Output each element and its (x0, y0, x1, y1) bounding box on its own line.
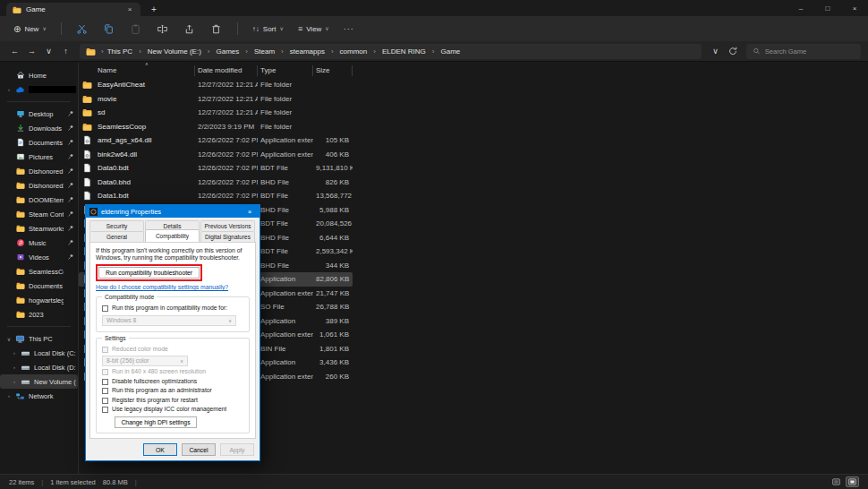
disable-fullscreen-optimizations-checkbox[interactable] (102, 379, 108, 385)
color-mode-dropdown[interactable]: 8-bit (256) color ∨ (102, 356, 188, 366)
more-options-button[interactable]: ··· (337, 20, 361, 38)
column-header-size[interactable]: Size (313, 65, 353, 76)
sidebar-quick-item[interactable]: Desktop (0, 107, 78, 121)
register-for-restart-checkbox[interactable] (102, 398, 108, 404)
sidebar-quick-item[interactable]: hogwartslegacy.exe (0, 293, 78, 307)
sidebar-tree-item[interactable]: › New Volume (E:) (0, 374, 78, 389)
new-tab-button[interactable]: + (151, 5, 157, 14)
sidebar-tree-item[interactable]: › Local Disk (C:) (0, 346, 78, 360)
640x480-resolution-checkbox[interactable] (102, 369, 108, 375)
refresh-button[interactable] (725, 44, 740, 59)
file-row[interactable]: sd 12/27/2022 12:21 AM File folder (79, 106, 353, 120)
dialog-tab[interactable]: Security (89, 220, 144, 231)
run-as-administrator-checkbox[interactable] (102, 388, 108, 394)
dialog-close-icon[interactable]: × (243, 208, 256, 216)
details-view-button[interactable] (830, 476, 843, 487)
sidebar-quick-item[interactable]: Dishonored2 (0, 178, 78, 193)
paste-button[interactable] (123, 20, 149, 38)
apply-button[interactable]: Apply (220, 443, 254, 456)
compatibility-mode-checkbox[interactable] (102, 305, 108, 312)
tab-close-icon[interactable]: × (125, 5, 134, 13)
dialog-title-bar[interactable]: eldenring Properties × (86, 205, 260, 218)
breadcrumb-item[interactable]: Game (441, 47, 461, 56)
address-dropdown-button[interactable]: ∨ (708, 44, 723, 59)
expander-chevron-icon[interactable]: › (12, 350, 17, 356)
change-high-dpi-settings-button[interactable]: Change high DPI settings (115, 416, 197, 428)
run-compatibility-troubleshooter-button[interactable]: Run compatibility troubleshooter (98, 267, 200, 279)
sidebar-tree-item[interactable]: ∨ This PC (0, 331, 78, 346)
column-header-date[interactable]: Date modified (195, 65, 258, 76)
sidebar-quick-item[interactable]: Downloads (0, 121, 78, 135)
search-input[interactable] (765, 47, 855, 56)
breadcrumb[interactable]: This PCNew Volume (E:)GamesSteamsteamapp… (80, 44, 702, 59)
file-row[interactable]: Data1.bdt 12/26/2022 7:02 PM BDT File 13… (79, 189, 353, 203)
column-header-name[interactable]: Name ∧ (95, 65, 195, 76)
sort-button[interactable]: ↑↓ Sort ∨ (246, 20, 290, 38)
sidebar-quick-item[interactable]: Documents (0, 135, 78, 150)
search-box[interactable] (746, 44, 861, 59)
compatibility-os-dropdown[interactable]: Windows 8 ∨ (102, 315, 236, 326)
expander-chevron-icon[interactable]: › (12, 365, 17, 370)
back-button[interactable]: ← (7, 44, 22, 59)
cut-button[interactable] (70, 20, 95, 38)
file-row[interactable]: Data0.bhd 12/26/2022 7:02 PM BHD File 82… (79, 176, 353, 190)
reduced-color-mode-checkbox[interactable] (102, 347, 108, 353)
sidebar-quick-item[interactable]: Music (0, 236, 78, 250)
ok-button[interactable]: OK (143, 443, 177, 456)
cancel-button[interactable]: Cancel (182, 443, 216, 456)
maximize-button[interactable]: □ (814, 0, 841, 16)
file-row[interactable]: EasyAntiCheat 12/27/2022 12:21 AM File f… (79, 78, 353, 92)
compatibility-settings-help-link[interactable]: How do I choose compatibility settings m… (96, 284, 250, 291)
minimize-button[interactable]: – (787, 0, 814, 16)
file-row[interactable]: SeamlessCoop 2/2/2023 9:19 PM File folde… (79, 120, 353, 134)
copy-button[interactable] (97, 20, 122, 38)
expander-chevron-icon[interactable]: ∨ (6, 336, 12, 342)
sidebar-quick-item[interactable]: 2023 (0, 307, 78, 322)
navigation-pane: Home › Desktop Downloads (0, 63, 79, 474)
share-button[interactable] (177, 20, 202, 38)
breadcrumb-item[interactable]: New Volume (E:) (148, 47, 217, 56)
up-button[interactable]: ↑ (58, 44, 73, 59)
file-row[interactable]: bink2w64.dll 12/26/2022 7:02 PM Applicat… (79, 148, 353, 162)
recent-locations-button[interactable]: ∨ (41, 44, 56, 59)
dialog-tab[interactable]: General (89, 231, 144, 242)
sidebar-quick-item[interactable]: Pictures (0, 150, 78, 164)
chevron-right-icon[interactable]: › (6, 87, 12, 92)
close-button[interactable]: × (841, 0, 868, 16)
sidebar-quick-item[interactable]: SeamlessCoop (0, 264, 78, 279)
sidebar-quick-item[interactable]: Documents (0, 279, 78, 293)
sidebar-tree-item[interactable]: › Local Disk (D:) (0, 360, 78, 374)
file-row[interactable]: Data0.bdt 12/26/2022 7:02 PM BDT File 9,… (79, 161, 353, 176)
sidebar-quick-item[interactable]: DOOMEternal (0, 193, 78, 207)
sidebar-quick-item[interactable]: Steam Controlle (0, 207, 78, 221)
breadcrumb-item[interactable]: steamapps (290, 47, 340, 56)
view-button[interactable]: ≡ View ∨ (292, 20, 336, 38)
new-button[interactable]: ⊕ New ∨ (7, 20, 53, 38)
breadcrumb-item[interactable]: This PC (107, 47, 148, 56)
sidebar-item-onedrive[interactable]: › (0, 82, 78, 97)
rename-button[interactable] (150, 20, 175, 38)
file-row[interactable]: amd_ags_x64.dll 12/26/2022 7:02 PM Appli… (79, 133, 353, 148)
sidebar-quick-item[interactable]: Videos (0, 250, 78, 264)
large-icons-view-button[interactable] (846, 476, 859, 487)
dialog-tab[interactable]: Compatibility (145, 229, 200, 242)
sidebar-quick-item[interactable]: Dishonored RHC (0, 164, 78, 178)
legacy-icc-checkbox[interactable] (102, 407, 108, 413)
sidebar-quick-item[interactable]: Steamworks Sha (0, 221, 78, 236)
dialog-tab[interactable]: Digital Signatures (200, 231, 255, 242)
dialog-tab[interactable]: Previous Versions (200, 220, 255, 231)
breadcrumb-item[interactable]: ELDEN RING (382, 47, 441, 56)
sidebar-item-home[interactable]: Home (0, 68, 78, 82)
explorer-tab[interactable]: Game × (6, 3, 140, 16)
forward-button[interactable]: → (24, 44, 39, 59)
column-header-type[interactable]: Type (258, 65, 313, 76)
expander-chevron-icon[interactable]: › (12, 379, 17, 384)
file-size: 105 KB (313, 136, 353, 144)
breadcrumb-item[interactable]: Steam (254, 47, 290, 56)
expander-chevron-icon[interactable]: › (6, 393, 12, 399)
file-row[interactable]: movie 12/27/2022 12:21 AM File folder (79, 92, 353, 107)
delete-button[interactable] (204, 20, 229, 38)
sidebar-tree-item[interactable]: › Network (0, 389, 78, 403)
breadcrumb-item[interactable]: Games (217, 47, 254, 56)
breadcrumb-item[interactable]: common (340, 47, 382, 56)
